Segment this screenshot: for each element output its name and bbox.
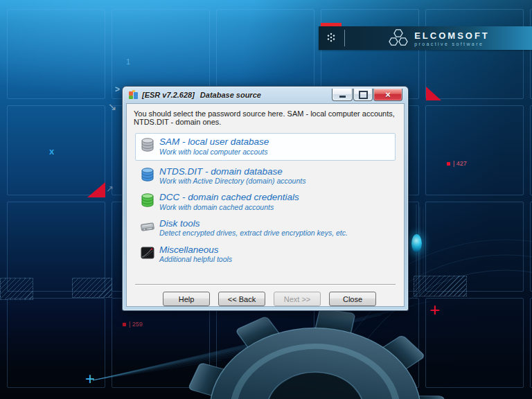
source-option-list: SAM - local user database Work with loca… [135, 133, 396, 267]
option-disk-tools[interactable]: Disk tools Detect encrypted drives, extr… [135, 216, 396, 241]
minimize-icon [339, 96, 346, 98]
window-title: [ESR v7.2.628]Database source [142, 91, 261, 99]
instruction-text: You should select the password source he… [127, 104, 404, 129]
red-triangle [426, 87, 441, 100]
brand-tagline: proactive software [414, 42, 490, 46]
option-miscellaneous[interactable]: Miscellaneous Additional helpful tools [135, 242, 396, 267]
option-title: SAM - local user database [159, 136, 269, 148]
close-button[interactable]: × [373, 89, 402, 101]
minimize-button[interactable] [332, 89, 353, 101]
hatch-decor [0, 278, 33, 300]
maximize-icon [359, 91, 368, 99]
title-bar[interactable]: [ESR v7.2.628]Database source × [123, 87, 408, 103]
brand-name: ELCOMSOFT [414, 30, 490, 41]
close-icon: × [385, 90, 391, 99]
option-subtitle: Work with domain cached accounts [159, 203, 299, 212]
option-sam[interactable]: SAM - local user database Work with loca… [135, 133, 396, 161]
database-gray-icon [140, 137, 157, 152]
button-row: Help << Back Next >> Close [127, 285, 404, 306]
hexagon-cluster-icon [387, 28, 409, 48]
help-button[interactable]: Help [163, 292, 210, 306]
back-button[interactable]: << Back [218, 292, 265, 306]
dialog-window: [ESR v7.2.628]Database source × You shou… [122, 86, 409, 311]
hard-drive-icon [140, 219, 157, 234]
close-dialog-button[interactable]: Close [329, 292, 376, 306]
dot-diamond-icon [325, 33, 337, 44]
option-subtitle: Additional helpful tools [159, 255, 232, 264]
hatch-decor [414, 276, 467, 296]
glow-orb-icon [411, 234, 422, 253]
next-button[interactable]: Next >> [274, 292, 321, 306]
option-title: Disk tools [159, 218, 348, 229]
option-title: DCC - domain cached credentials [159, 192, 299, 203]
option-title: NTDS.DIT - domain database [159, 166, 305, 177]
option-title: Miscellaneous [159, 245, 232, 256]
terminal-icon [140, 245, 157, 260]
database-green-icon [140, 193, 157, 208]
option-ntds[interactable]: NTDS.DIT - domain database Work with Act… [135, 164, 396, 189]
option-subtitle: Work with local computer accouts [159, 148, 269, 157]
dialog-client-area: You should select the password source he… [126, 103, 405, 307]
red-triangle [87, 182, 105, 197]
option-subtitle: Detect encrypted drives, extract drive e… [159, 229, 348, 238]
hatch-decor [72, 278, 112, 298]
option-subtitle: Work with Active Directory (domain) acco… [159, 177, 305, 186]
esr-app-icon [128, 90, 139, 100]
brand-banner: ELCOMSOFT proactive software [319, 26, 532, 50]
database-blue-icon [140, 167, 157, 182]
option-dcc[interactable]: DCC - domain cached credentials Work wit… [135, 190, 396, 215]
maximize-button[interactable] [353, 89, 373, 101]
